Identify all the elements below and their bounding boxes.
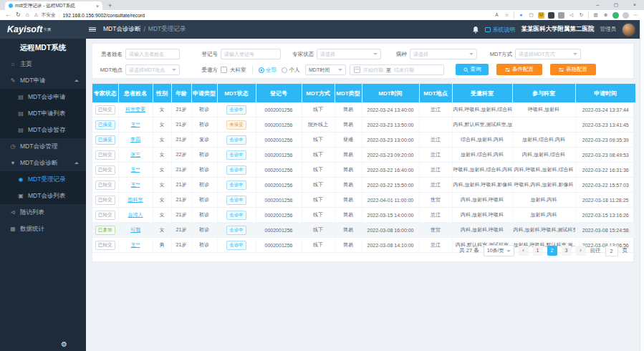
favorite-star-icon[interactable]: ☆: [504, 12, 510, 19]
expert-status-select[interactable]: 请选择: [317, 49, 381, 59]
collections-icon[interactable]: ▢: [528, 12, 534, 19]
page-button-2[interactable]: 2: [547, 246, 557, 256]
maximize-button[interactable]: ▢: [607, 0, 625, 10]
split-screen-icon[interactable]: ▥: [592, 12, 599, 19]
profile-icon[interactable]: [623, 12, 629, 19]
browser-tab[interactable]: mdt受理记录 - 远程MDT系统 ×: [5, 1, 102, 10]
expert-status-tag: 已转交: [95, 211, 115, 220]
search-button[interactable]: 查询: [456, 64, 489, 75]
column-header: 参与科室: [512, 84, 575, 102]
mdt-mode-select[interactable]: 请选择MDT方式: [515, 49, 581, 59]
extension-m-icon[interactable]: M: [538, 12, 544, 19]
sidebar-item-随访列表[interactable]: ⊲随访列表: [0, 204, 86, 221]
reg-no-label: 登记号: [198, 51, 218, 58]
patient-name-link[interactable]: 李四: [130, 137, 140, 142]
mdt-place-select[interactable]: 请选择MDT地点: [125, 64, 180, 75]
patient-name-link[interactable]: 台湾人: [128, 212, 143, 217]
settings-gear-icon[interactable]: ⚙: [61, 341, 67, 348]
patient-name-link[interactable]: 王**: [131, 122, 140, 127]
browser-essentials-icon[interactable]: ⊕: [602, 12, 609, 19]
divider: [514, 12, 514, 19]
expert-status-tag: 已转交: [95, 241, 115, 250]
patient-name-link[interactable]: 王**: [131, 242, 140, 247]
patient-name-link[interactable]: 可我: [130, 227, 140, 232]
heart-icon: ♥: [9, 160, 16, 166]
refresh-icon[interactable]: ↻: [16, 12, 21, 18]
text-zoom-icon[interactable]: A: [494, 12, 500, 19]
system-note-link[interactable]: 系统说明: [485, 26, 516, 34]
sidebar-item-MDT会诊管理[interactable]: ◷MDT会诊管理: [0, 138, 86, 155]
patient-name-link[interactable]: 图科室: [128, 197, 143, 202]
time-type-select[interactable]: MDT时间: [305, 64, 346, 75]
back-icon[interactable]: ←: [5, 12, 11, 18]
extension-dark-icon[interactable]: [548, 12, 554, 19]
date-range-picker[interactable]: 开始日期 至 结束日期: [350, 64, 444, 75]
sidebar-item-MDT受理记录[interactable]: ◉MDT受理记录: [0, 171, 86, 188]
patient-name-link[interactable]: 科室变更: [125, 107, 145, 112]
sidebar-item-主页[interactable]: ⌂主页: [0, 56, 86, 72]
page-button-3[interactable]: 3: [562, 246, 572, 256]
patient-name-link[interactable]: 王**: [131, 167, 140, 172]
refresh-ext-icon[interactable]: ↻: [578, 12, 585, 19]
expert-status-tag: 已接受: [95, 135, 115, 145]
app-logo: Kayisoft卡翼: [0, 24, 85, 34]
table-config-button[interactable]: 表格配置: [550, 64, 596, 75]
expert-status-tag: 已参加: [95, 226, 115, 235]
mute-tab-icon[interactable]: ◁: [568, 12, 575, 19]
minimize-button[interactable]: ─: [588, 0, 607, 10]
sidebar-item-MDT会诊暂存[interactable]: ▤MDT会诊暂存: [0, 122, 86, 138]
page-button-1[interactable]: 1: [533, 246, 543, 256]
goto-page-input[interactable]: [605, 246, 618, 256]
extension-blue-icon[interactable]: ●: [518, 12, 524, 19]
reg-no-input[interactable]: [221, 49, 281, 59]
more-options-icon[interactable]: ⋯: [633, 12, 639, 19]
goto-label: 前往: [590, 247, 601, 254]
breadcrumb-parent[interactable]: MDT会诊诊断: [103, 25, 140, 34]
table-row: 已转交图科室女21岁初诊会诊中0002001256线下简易2022-04-01 …: [92, 193, 635, 208]
page-size-select[interactable]: 10条/页: [484, 245, 514, 256]
scope-radio-全部[interactable]: 全部: [259, 67, 277, 74]
sidebar-item-MDT会诊申请[interactable]: ▤MDT会诊申请: [0, 89, 86, 105]
mdt-status-tag: 未接受: [226, 120, 246, 130]
close-button[interactable]: ×: [625, 0, 644, 10]
sidebar-item-MDT申请[interactable]: ✎MDT申请: [0, 72, 86, 89]
scrollbar[interactable]: [640, 20, 644, 351]
divider: [588, 12, 589, 19]
sliders-icon: [505, 67, 510, 72]
condition-config-button[interactable]: 条件配置: [496, 64, 542, 75]
patient-name-input[interactable]: [125, 49, 180, 59]
tab-close-icon[interactable]: ×: [96, 4, 99, 9]
url-zone[interactable]: ⚠ 不安全 | 192.168.0.156:9002/consultate/re…: [34, 11, 145, 19]
sidebar-item-MDT会诊列表[interactable]: ▣MDT会诊列表: [0, 188, 86, 204]
chevron-down-icon: [338, 69, 342, 71]
nav-icons: ←↻⌂: [5, 12, 29, 18]
mdt-status-tag: 会诊中: [226, 226, 246, 235]
dept-checkbox[interactable]: [221, 67, 227, 73]
sidebar-item-数据统计[interactable]: ▦数据统计: [0, 221, 86, 237]
extension-gray-icon[interactable]: [558, 12, 564, 19]
user-avatar[interactable]: [622, 23, 635, 37]
disease-select[interactable]: 请选择: [410, 49, 477, 59]
new-tab-button[interactable]: +: [108, 1, 112, 10]
home-icon[interactable]: ⌂: [26, 12, 29, 18]
patient-name-link[interactable]: 张三: [130, 152, 140, 157]
menu-collapse-icon[interactable]: [89, 27, 96, 32]
invitee-label: 受邀方: [198, 67, 218, 74]
browser-toolbar-icons: A☆●▢M◁↻▥⊕⋯: [494, 12, 639, 19]
expert-status-label: 专家状态: [288, 51, 314, 58]
bell-icon[interactable]: [472, 26, 479, 34]
sidebar-menu: ⌂主页✎MDT申请▤MDT会诊申请▤MDT申请列表▤MDT会诊暂存◷MDT会诊管…: [0, 56, 86, 237]
table-row: 已转交科室变更女21岁初诊会诊中0002001256线下简易2022-03-24…: [92, 102, 635, 117]
sidebar-item-label: MDT会诊管理: [20, 143, 57, 151]
sidebar-item-MDT会诊诊断[interactable]: ♥MDT会诊诊断: [0, 155, 86, 171]
patient-name-link[interactable]: 王**: [131, 182, 140, 187]
chat-icon[interactable]: [612, 12, 619, 19]
sidebar-item-MDT申请列表[interactable]: ▤MDT申请列表: [0, 105, 86, 122]
calendar-icon: [354, 67, 360, 73]
breadcrumb: MDT会诊诊断 / MDT受理记录: [103, 25, 186, 34]
records-table-panel: 专家状态患者姓名性别年龄申请类型MDT状态登记号MDT方式MDT类型MDT时间M…: [92, 83, 634, 262]
radio-icon: [282, 67, 287, 73]
scope-radio-个人[interactable]: 个人: [282, 67, 300, 74]
prev-page-button[interactable]: ‹: [519, 246, 529, 256]
next-page-button[interactable]: ›: [576, 246, 586, 256]
